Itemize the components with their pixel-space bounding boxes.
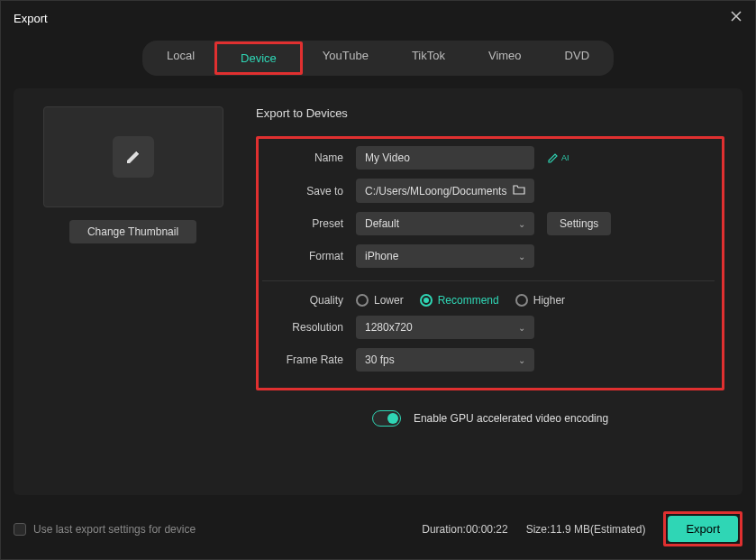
thumbnail-column: Change Thumbnail (32, 106, 234, 477)
tabs-container: Local Device YouTube TikTok Vimeo DVD (142, 41, 614, 76)
tab-device[interactable]: Device (219, 46, 298, 70)
preset-label: Preset (262, 217, 343, 230)
format-value: iPhone (365, 250, 398, 262)
folder-icon[interactable] (513, 184, 525, 197)
duration-info: Duration:00:00:22 (422, 523, 507, 536)
size-info: Size:11.9 MB(Estimated) (526, 523, 646, 536)
tab-dvd[interactable]: DVD (543, 43, 611, 73)
preset-value: Default (365, 217, 399, 230)
row-saveto: Save to C:/Users/MLoong/Documents (262, 179, 715, 203)
highlight-export-button: Export (663, 511, 742, 546)
toggle-knob (387, 413, 398, 424)
size-value: 11.9 MB(Estimated) (550, 523, 645, 536)
row-quality: Quality Lower Recommend Higher (262, 294, 715, 307)
footer: Use last export settings for device Dura… (1, 504, 755, 559)
ai-label: AI (561, 153, 569, 162)
tab-youtube[interactable]: YouTube (301, 43, 390, 73)
chevron-down-icon: ⌄ (518, 219, 525, 229)
row-format: Format iPhone ⌄ (262, 244, 715, 268)
saveto-field[interactable]: C:/Users/MLoong/Documents (356, 179, 534, 203)
ai-pencil-icon[interactable]: AI (547, 151, 569, 164)
saveto-label: Save to (262, 185, 343, 197)
quality-higher-radio[interactable]: Higher (515, 294, 565, 307)
format-label: Format (262, 250, 343, 262)
chevron-down-icon: ⌄ (518, 355, 525, 365)
preset-select[interactable]: Default ⌄ (356, 212, 534, 235)
resolution-value: 1280x720 (365, 321, 413, 334)
framerate-value: 30 fps (365, 353, 395, 366)
chevron-down-icon: ⌄ (518, 323, 525, 333)
row-name: Name AI (262, 146, 715, 170)
close-icon[interactable] (730, 10, 742, 26)
row-framerate: Frame Rate 30 fps ⌄ (262, 348, 715, 372)
highlight-form-box: Name AI Save to C:/Users/MLoong/Document… (256, 136, 724, 390)
duration-label: Duration: (422, 523, 466, 536)
use-last-label: Use last export settings for device (33, 523, 196, 536)
framerate-label: Frame Rate (262, 353, 343, 366)
gpu-toggle[interactable] (372, 410, 401, 427)
tab-tiktok[interactable]: TikTok (390, 43, 467, 73)
radio-icon (420, 294, 433, 307)
thumbnail-preview[interactable] (43, 106, 223, 207)
form-column: Export to Devices Name AI Save to C:/Use… (234, 106, 724, 477)
saveto-value: C:/Users/MLoong/Documents (365, 185, 507, 197)
radio-icon (356, 294, 369, 307)
quality-lower-radio[interactable]: Lower (356, 294, 404, 307)
export-window: Export Local Device YouTube TikTok Vimeo… (0, 0, 756, 560)
quality-higher-label: Higher (533, 294, 565, 307)
tab-local[interactable]: Local (145, 43, 216, 73)
pencil-icon (113, 136, 154, 178)
divider (262, 280, 715, 281)
row-preset: Preset Default ⌄ Settings (262, 212, 715, 235)
highlight-device-tab: Device (214, 41, 303, 75)
gpu-label: Enable GPU accelerated video encoding (414, 412, 608, 425)
row-resolution: Resolution 1280x720 ⌄ (262, 316, 715, 339)
use-last-checkbox[interactable] (14, 523, 26, 536)
resolution-select[interactable]: 1280x720 ⌄ (356, 316, 534, 339)
quality-radio-group: Lower Recommend Higher (356, 294, 565, 307)
format-select[interactable]: iPhone ⌄ (356, 244, 534, 268)
duration-value: 00:00:22 (466, 523, 508, 536)
quality-recommend-label: Recommend (438, 294, 499, 307)
radio-icon (515, 294, 528, 307)
size-label: Size: (526, 523, 551, 536)
export-button[interactable]: Export (668, 516, 738, 542)
name-input[interactable] (356, 146, 534, 170)
quality-label: Quality (262, 294, 343, 307)
framerate-select[interactable]: 30 fps ⌄ (356, 348, 534, 372)
tabs-row: Local Device YouTube TikTok Vimeo DVD (1, 35, 755, 88)
window-title: Export (14, 12, 48, 25)
titlebar: Export (1, 1, 755, 35)
settings-button[interactable]: Settings (547, 212, 611, 235)
change-thumbnail-button[interactable]: Change Thumbnail (69, 220, 196, 243)
quality-lower-label: Lower (374, 294, 404, 307)
content-panel: Change Thumbnail Export to Devices Name … (14, 88, 742, 495)
tab-vimeo[interactable]: Vimeo (467, 43, 543, 73)
name-label: Name (262, 151, 343, 164)
chevron-down-icon: ⌄ (518, 252, 525, 262)
quality-recommend-radio[interactable]: Recommend (420, 294, 499, 307)
section-title: Export to Devices (256, 106, 724, 120)
resolution-label: Resolution (262, 321, 343, 334)
gpu-row: Enable GPU accelerated video encoding (256, 410, 724, 427)
